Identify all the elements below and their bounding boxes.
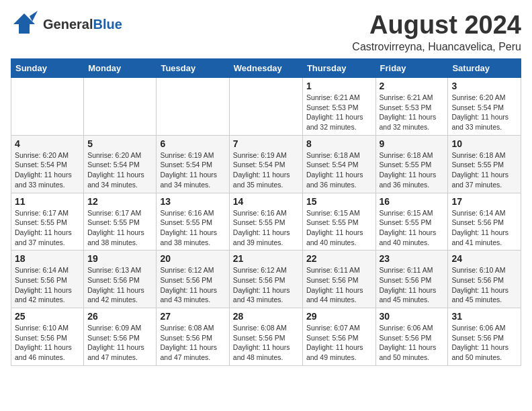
day-info: Sunrise: 6:21 AM Sunset: 5:53 PM Dayligh…: [380, 93, 445, 132]
title-block: August 2024 Castrovirreyna, Huancavelica…: [352, 11, 521, 53]
day-info: Sunrise: 6:16 AM Sunset: 5:55 PM Dayligh…: [233, 208, 299, 248]
header-tuesday: Tuesday: [157, 59, 229, 78]
calendar-cell: [157, 78, 229, 136]
day-info: Sunrise: 6:18 AM Sunset: 5:55 PM Dayligh…: [380, 150, 445, 190]
day-number: 1: [306, 81, 372, 91]
header-wednesday: Wednesday: [229, 59, 302, 78]
day-info: Sunrise: 6:08 AM Sunset: 5:56 PM Dayligh…: [233, 323, 299, 363]
day-info: Sunrise: 6:12 AM Sunset: 5:56 PM Dayligh…: [233, 265, 299, 305]
day-number: 13: [160, 196, 225, 207]
day-info: Sunrise: 6:21 AM Sunset: 5:53 PM Dayligh…: [306, 93, 372, 132]
day-info: Sunrise: 6:09 AM Sunset: 5:56 PM Dayligh…: [87, 323, 152, 363]
calendar-cell: 8Sunrise: 6:18 AM Sunset: 5:54 PM Daylig…: [302, 135, 375, 193]
day-number: 29: [306, 311, 372, 322]
day-number: 30: [380, 311, 445, 322]
day-number: 26: [87, 311, 152, 322]
calendar-cell: 13Sunrise: 6:16 AM Sunset: 5:55 PM Dayli…: [157, 193, 229, 250]
day-info: Sunrise: 6:18 AM Sunset: 5:55 PM Dayligh…: [451, 150, 517, 190]
day-info: Sunrise: 6:08 AM Sunset: 5:56 PM Dayligh…: [160, 323, 225, 363]
location: Castrovirreyna, Huancavelica, Peru: [352, 41, 521, 53]
day-number: 8: [306, 138, 372, 149]
calendar-cell: 27Sunrise: 6:08 AM Sunset: 5:56 PM Dayli…: [157, 308, 229, 366]
header-thursday: Thursday: [302, 59, 375, 78]
calendar-cell: 20Sunrise: 6:12 AM Sunset: 5:56 PM Dayli…: [157, 250, 229, 308]
calendar-week-row: 25Sunrise: 6:10 AM Sunset: 5:56 PM Dayli…: [11, 308, 521, 366]
day-info: Sunrise: 6:17 AM Sunset: 5:55 PM Dayligh…: [87, 208, 152, 248]
calendar-cell: 6Sunrise: 6:19 AM Sunset: 5:54 PM Daylig…: [157, 135, 229, 193]
day-number: 7: [233, 138, 299, 149]
calendar-cell: 18Sunrise: 6:14 AM Sunset: 5:56 PM Dayli…: [11, 250, 84, 308]
day-number: 27: [160, 311, 225, 322]
calendar-cell: 15Sunrise: 6:15 AM Sunset: 5:55 PM Dayli…: [302, 193, 375, 250]
day-info: Sunrise: 6:13 AM Sunset: 5:56 PM Dayligh…: [87, 265, 152, 305]
day-info: Sunrise: 6:11 AM Sunset: 5:56 PM Dayligh…: [380, 265, 445, 305]
day-number: 4: [15, 138, 80, 149]
day-info: Sunrise: 6:14 AM Sunset: 5:56 PM Dayligh…: [15, 265, 80, 305]
day-info: Sunrise: 6:07 AM Sunset: 5:56 PM Dayligh…: [306, 323, 372, 363]
day-number: 19: [87, 253, 152, 264]
day-info: Sunrise: 6:14 AM Sunset: 5:56 PM Dayligh…: [451, 208, 517, 248]
day-number: 22: [306, 253, 372, 264]
day-info: Sunrise: 6:15 AM Sunset: 5:55 PM Dayligh…: [306, 208, 372, 248]
calendar-cell: 12Sunrise: 6:17 AM Sunset: 5:55 PM Dayli…: [84, 193, 157, 250]
month-year: August 2024: [352, 11, 521, 40]
day-number: 18: [15, 253, 80, 264]
day-number: 14: [233, 196, 299, 207]
calendar-cell: 14Sunrise: 6:16 AM Sunset: 5:55 PM Dayli…: [229, 193, 302, 250]
page-header: GeneralBlue August 2024 Castrovirreyna, …: [11, 11, 521, 53]
calendar-week-row: 4Sunrise: 6:20 AM Sunset: 5:54 PM Daylig…: [11, 135, 521, 193]
calendar-cell: 2Sunrise: 6:21 AM Sunset: 5:53 PM Daylig…: [375, 78, 448, 136]
day-info: Sunrise: 6:06 AM Sunset: 5:56 PM Dayligh…: [451, 323, 517, 363]
calendar-cell: 10Sunrise: 6:18 AM Sunset: 5:55 PM Dayli…: [448, 135, 521, 193]
calendar-cell: 5Sunrise: 6:20 AM Sunset: 5:54 PM Daylig…: [84, 135, 157, 193]
calendar-cell: 31Sunrise: 6:06 AM Sunset: 5:56 PM Dayli…: [448, 308, 521, 366]
day-number: 10: [451, 138, 517, 149]
day-number: 15: [306, 196, 372, 207]
day-info: Sunrise: 6:20 AM Sunset: 5:54 PM Dayligh…: [87, 150, 152, 190]
day-number: 25: [15, 311, 80, 322]
calendar-cell: 17Sunrise: 6:14 AM Sunset: 5:56 PM Dayli…: [448, 193, 521, 250]
day-info: Sunrise: 6:20 AM Sunset: 5:54 PM Dayligh…: [15, 150, 80, 190]
calendar-cell: [229, 78, 302, 136]
calendar-cell: [11, 78, 84, 136]
day-number: 24: [451, 253, 517, 264]
day-info: Sunrise: 6:17 AM Sunset: 5:55 PM Dayligh…: [15, 208, 80, 248]
day-info: Sunrise: 6:18 AM Sunset: 5:54 PM Dayligh…: [306, 150, 372, 190]
calendar-cell: 21Sunrise: 6:12 AM Sunset: 5:56 PM Dayli…: [229, 250, 302, 308]
calendar-cell: 1Sunrise: 6:21 AM Sunset: 5:53 PM Daylig…: [302, 78, 375, 136]
day-number: 3: [451, 81, 517, 91]
calendar-cell: [84, 78, 157, 136]
day-number: 5: [87, 138, 152, 149]
day-number: 31: [451, 311, 517, 322]
calendar-week-row: 1Sunrise: 6:21 AM Sunset: 5:53 PM Daylig…: [11, 78, 521, 136]
day-number: 20: [160, 253, 225, 264]
logo: GeneralBlue: [11, 11, 122, 38]
calendar-cell: 23Sunrise: 6:11 AM Sunset: 5:56 PM Dayli…: [375, 250, 448, 308]
calendar-table: Sunday Monday Tuesday Wednesday Thursday…: [11, 58, 521, 366]
calendar-cell: 11Sunrise: 6:17 AM Sunset: 5:55 PM Dayli…: [11, 193, 84, 250]
day-info: Sunrise: 6:15 AM Sunset: 5:55 PM Dayligh…: [380, 208, 445, 248]
calendar-week-row: 18Sunrise: 6:14 AM Sunset: 5:56 PM Dayli…: [11, 250, 521, 308]
day-info: Sunrise: 6:06 AM Sunset: 5:56 PM Dayligh…: [380, 323, 445, 363]
day-info: Sunrise: 6:12 AM Sunset: 5:56 PM Dayligh…: [160, 265, 225, 305]
day-info: Sunrise: 6:20 AM Sunset: 5:54 PM Dayligh…: [451, 93, 517, 132]
day-number: 12: [87, 196, 152, 207]
header-friday: Friday: [375, 59, 448, 78]
calendar-cell: 30Sunrise: 6:06 AM Sunset: 5:56 PM Dayli…: [375, 308, 448, 366]
calendar-cell: 29Sunrise: 6:07 AM Sunset: 5:56 PM Dayli…: [302, 308, 375, 366]
header-sunday: Sunday: [11, 59, 84, 78]
calendar-cell: 7Sunrise: 6:19 AM Sunset: 5:54 PM Daylig…: [229, 135, 302, 193]
day-number: 28: [233, 311, 299, 322]
calendar-cell: 19Sunrise: 6:13 AM Sunset: 5:56 PM Dayli…: [84, 250, 157, 308]
day-info: Sunrise: 6:19 AM Sunset: 5:54 PM Dayligh…: [233, 150, 299, 190]
header-saturday: Saturday: [448, 59, 521, 78]
day-info: Sunrise: 6:11 AM Sunset: 5:56 PM Dayligh…: [306, 265, 372, 305]
day-number: 2: [380, 81, 445, 91]
day-number: 23: [380, 253, 445, 264]
day-info: Sunrise: 6:19 AM Sunset: 5:54 PM Dayligh…: [160, 150, 225, 190]
calendar-cell: 25Sunrise: 6:10 AM Sunset: 5:56 PM Dayli…: [11, 308, 84, 366]
weekday-header-row: Sunday Monday Tuesday Wednesday Thursday…: [11, 59, 521, 78]
header-monday: Monday: [84, 59, 157, 78]
calendar-cell: 9Sunrise: 6:18 AM Sunset: 5:55 PM Daylig…: [375, 135, 448, 193]
day-number: 6: [160, 138, 225, 149]
